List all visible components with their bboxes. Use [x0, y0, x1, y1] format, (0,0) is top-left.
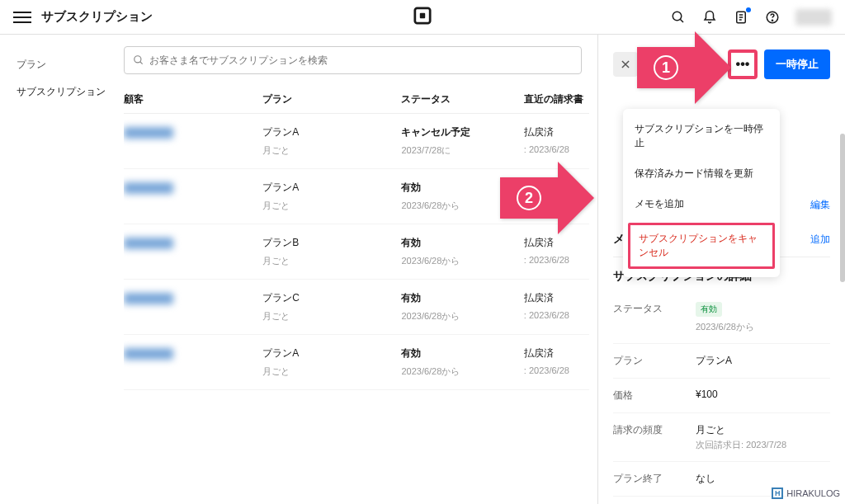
- search-icon: [133, 54, 144, 66]
- detail-panel: ••• 一時停止 サブスクリプションを一時停止 保存済みカード情報を更新 メモを…: [597, 35, 845, 504]
- status-sub: 2023/6/28から: [696, 321, 830, 333]
- menu-update-card[interactable]: 保存済みカード情報を更新: [623, 158, 780, 189]
- customer-name: [124, 127, 173, 139]
- subscription-detail: サブスクリプションの詳細 ステータス 有効2023/6/28から プラン プラン…: [613, 269, 830, 504]
- kv-price-val: ¥100: [696, 389, 830, 403]
- sidebar: プラン サブスクリプション: [0, 35, 124, 504]
- svg-point-9: [772, 20, 772, 21]
- clipboard-icon[interactable]: [733, 9, 749, 26]
- annotation-arrow-1: 1: [637, 31, 731, 104]
- pause-button[interactable]: 一時停止: [764, 49, 830, 79]
- kv-freq-sub: 次回請求日: 2023/7/28: [696, 439, 830, 451]
- plan-name: プランA: [262, 346, 401, 360]
- customer-name: [124, 182, 173, 194]
- invoice-status: 払戻済: [524, 125, 589, 139]
- header-right: [670, 9, 832, 26]
- plan-cycle: 月ごと: [262, 255, 401, 267]
- status: 有効: [401, 346, 523, 360]
- more-button[interactable]: •••: [728, 49, 758, 79]
- kv-status-label: ステータス: [613, 302, 696, 333]
- invoice-status: 払戻済: [524, 236, 589, 250]
- col-plan: プラン: [262, 92, 401, 106]
- search-icon[interactable]: [670, 9, 687, 26]
- status-date: 2023/6/28から: [401, 310, 523, 323]
- status: 有効: [401, 236, 523, 250]
- kv-freq-label: 請求の頻度: [613, 423, 696, 451]
- menu-icon[interactable]: [13, 8, 31, 26]
- invoice-date: : 2023/6/28: [524, 144, 589, 154]
- customer-name: [124, 348, 173, 360]
- customer-name: [124, 238, 173, 249]
- scrollbar[interactable]: [840, 134, 845, 282]
- header-left: サブスクリプション: [13, 8, 153, 26]
- table-row[interactable]: プランA月ごと 有効2023/6/28から 払戻済: 2023/6/28: [124, 335, 589, 390]
- col-invoice: 直近の請求書: [524, 92, 589, 106]
- svg-line-11: [140, 62, 143, 64]
- invoice-date: : 2023/6/28: [524, 255, 589, 265]
- bell-icon[interactable]: [701, 9, 718, 26]
- watermark-text: HIRAKULOG: [786, 488, 840, 498]
- kv-price-label: 価格: [613, 389, 696, 403]
- search-input[interactable]: [124, 46, 582, 74]
- watermark-icon: H: [772, 488, 783, 499]
- page-title: サブスクリプション: [41, 9, 153, 25]
- plan-cycle: 月ごと: [262, 200, 401, 212]
- close-button[interactable]: [613, 52, 638, 77]
- close-icon: [620, 59, 631, 70]
- table-header: 顧客 プラン ステータス 直近の請求書: [124, 86, 589, 114]
- status-date: 2023/6/28から: [401, 255, 523, 267]
- svg-line-3: [680, 19, 683, 22]
- main-content: 顧客 プラン ステータス 直近の請求書 プランA月ごと キャンセル予定2023/…: [124, 35, 597, 504]
- kv-plan: プラン プランA: [613, 344, 830, 379]
- help-icon[interactable]: [764, 9, 781, 26]
- plan-name: プランA: [262, 181, 401, 195]
- invoice-date: : 2023/6/28: [524, 365, 589, 375]
- plan-cycle: 月ごと: [262, 144, 401, 157]
- annotation-num-2: 2: [517, 186, 541, 210]
- search-field[interactable]: [149, 54, 573, 66]
- status-date: 2023/7/28に: [401, 144, 523, 157]
- watermark: H HIRAKULOG: [772, 488, 840, 499]
- svg-rect-1: [420, 13, 425, 18]
- svg-point-10: [135, 56, 141, 63]
- plan-name: プランB: [262, 236, 401, 250]
- kv-plan-val: プランA: [696, 354, 830, 368]
- invoice-status: 払戻済: [524, 346, 589, 360]
- user-menu[interactable]: [795, 9, 832, 26]
- annotation-num-1: 1: [654, 55, 678, 80]
- kv-end-label: プラン終了: [613, 472, 696, 486]
- kv-frequency: 請求の頻度 月ごと次回請求日: 2023/7/28: [613, 413, 830, 462]
- kv-price: 価格 ¥100: [613, 379, 830, 413]
- menu-pause[interactable]: サブスクリプションを一時停止: [623, 114, 780, 158]
- status-badge: 有効: [696, 302, 722, 317]
- kv-status: ステータス 有効2023/6/28から: [613, 292, 830, 344]
- plan-name: プランA: [262, 125, 401, 139]
- plan-name: プランC: [262, 291, 401, 305]
- plan-cycle: 月ごと: [262, 365, 401, 378]
- invoice-date: : 2023/6/28: [524, 310, 589, 320]
- table-row[interactable]: プランA月ごと キャンセル予定2023/7/28に 払戻済: 2023/6/28: [124, 114, 589, 169]
- table-row[interactable]: プランC月ごと 有効2023/6/28から 払戻済: 2023/6/28: [124, 280, 589, 335]
- annotation-arrow-2: 2: [500, 162, 594, 234]
- col-customer: 顧客: [124, 92, 262, 106]
- status: 有効: [401, 291, 523, 305]
- status-date: 2023/6/28から: [401, 365, 523, 378]
- kv-freq-val: 月ごと: [696, 423, 830, 437]
- kv-plan-label: プラン: [613, 354, 696, 368]
- menu-cancel-subscription[interactable]: サブスクリプションをキャンセル: [628, 223, 775, 269]
- square-logo: [413, 7, 432, 27]
- col-status: ステータス: [401, 92, 523, 106]
- sidebar-item-plan[interactable]: プラン: [17, 51, 124, 78]
- add-memo-link[interactable]: 追加: [810, 233, 830, 247]
- status: キャンセル予定: [401, 125, 523, 139]
- subscriptions-table: 顧客 プラン ステータス 直近の請求書 プランA月ごと キャンセル予定2023/…: [124, 86, 589, 390]
- invoice-status: 払戻済: [524, 291, 589, 305]
- kv-end-val: なし: [696, 472, 830, 486]
- notification-dot: [746, 7, 751, 12]
- customer-name: [124, 293, 173, 304]
- detail-actions: ••• 一時停止: [728, 49, 830, 79]
- sidebar-item-subscription[interactable]: サブスクリプション: [17, 78, 124, 106]
- edit-link[interactable]: 編集: [810, 198, 830, 212]
- menu-add-note[interactable]: メモを追加: [623, 189, 780, 219]
- app-header: サブスクリプション: [0, 0, 845, 35]
